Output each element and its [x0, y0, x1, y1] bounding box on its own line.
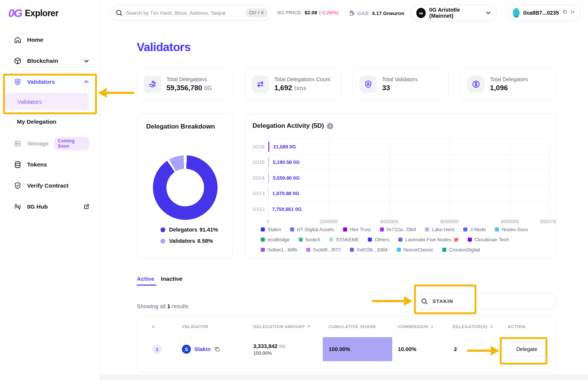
col-amount[interactable]: DELEGATION AMOUNT [253, 324, 328, 329]
legend-item: 0xcb8f...f972 [306, 247, 341, 253]
validators-table: # VALIDATOR DELEGATION AMOUNT CUMULATIVE… [137, 316, 556, 372]
legend-swatch [398, 238, 402, 242]
legend-swatch [343, 227, 347, 232]
validator-link[interactable]: Stakin [194, 346, 211, 352]
legend-swatch [495, 227, 499, 232]
tab-active[interactable]: Active [137, 276, 154, 282]
legend-swatch [160, 227, 165, 232]
col-delegators[interactable]: DELEGATOR(S) [452, 324, 508, 329]
commission-cell: 10.00% [398, 346, 452, 352]
bar-10-13 [268, 189, 269, 198]
legend-swatch [468, 238, 472, 242]
delegation-activity-card: Delegation Activity (5D) i 10/16 21,589 … [245, 114, 556, 259]
global-search-input[interactable] [126, 10, 242, 16]
global-search[interactable]: Ctrl + K [110, 5, 271, 21]
legend-swatch [306, 248, 310, 252]
server-icon [14, 139, 22, 148]
gas-indicator: GAS: 4.17 Gneuron [349, 10, 404, 17]
legend-item: Delegators 91.41% [160, 227, 218, 233]
col-validator: VALIDATOR [182, 324, 253, 329]
legend-swatch [397, 248, 401, 252]
legend-swatch [380, 227, 384, 232]
breakdown-legend: Delegators 91.41% Validators 8.58% [160, 227, 218, 244]
legend-item: HT Digital Assets [290, 227, 334, 232]
legend-swatch [350, 248, 354, 252]
keyboard-shortcut-chip: Ctrl + K [245, 8, 268, 17]
wallet-button[interactable]: 0xa8B7...0235 [508, 5, 580, 21]
tab-inactive[interactable]: Inactive [161, 276, 183, 282]
coming-soon-badge: Coming Soon [54, 137, 89, 150]
network-selector[interactable]: ∞ 0G Aristotle (Mainnet) [411, 5, 497, 21]
price-change: (-2.26%) [319, 10, 339, 15]
cumulative-share-cell: 100.00% [323, 337, 392, 361]
sidebar-subitem-validators[interactable]: Validators [5, 93, 89, 110]
external-link-icon[interactable] [83, 204, 89, 210]
app-window: 0G Explorer Home Blockchain Validators [0, 0, 588, 380]
rank-badge: 1 [152, 344, 162, 354]
info-icon[interactable]: i [327, 123, 333, 129]
sidebar-subitem-my-delegation[interactable]: My Delegation [14, 115, 89, 129]
table-header: # VALIDATOR DELEGATION AMOUNT CUMULATIVE… [146, 316, 547, 337]
legend-item: CroutonDigital [442, 247, 480, 253]
sidebar-item-home[interactable]: Home [14, 33, 89, 47]
app-name: Explorer [25, 8, 58, 18]
dollar-circle-icon [467, 76, 485, 93]
sidebar-item-blockchain[interactable]: Blockchain [14, 54, 89, 68]
legend-swatch [442, 248, 446, 252]
table-row: 1 S Stakin 3,333,842 0G 100.00% 100.00% … [146, 337, 547, 361]
sort-desc-icon [307, 325, 310, 328]
exchange-arrows-icon [252, 76, 269, 93]
legend-swatch [329, 238, 333, 242]
sidebar-item-tokens[interactable]: Tokens [14, 158, 89, 171]
sidebar-item-og-hub[interactable]: 0G Hub [14, 200, 89, 213]
annotation-arrow-validators-shaft [107, 92, 134, 94]
legend-item: J-Node [463, 227, 486, 232]
annotation-arrow-search-head [404, 296, 413, 306]
shield-user-icon [360, 76, 377, 93]
legend-swatch [368, 238, 372, 242]
x-axis: 0 2000000 4000000 6000000 8000000 930079… [268, 219, 549, 226]
legend-swatch [261, 238, 265, 242]
legend-item: Nodes.Guru [495, 227, 528, 232]
wallet-address: 0xa8B7...0235 [523, 10, 559, 16]
legend-swatch [261, 227, 265, 232]
copy-icon[interactable] [562, 9, 567, 16]
sidebar-item-verify-contract[interactable]: Verify Contract [14, 179, 89, 192]
activity-legend: Stakin HT Digital Assets Hex Trust 0x712… [261, 227, 546, 253]
legend-swatch [463, 227, 467, 232]
bar-row: 10/16 21,589 0G [268, 139, 549, 155]
legend-item: ecoBridge [261, 237, 290, 242]
stat-total-validators: Total Validators 33 [352, 68, 449, 101]
legend-item: Cloudician Tech [468, 237, 509, 242]
orbit-icon [14, 203, 22, 211]
delegate-button[interactable]: Delegate [508, 342, 546, 356]
og-network-icon: ∞ [416, 8, 426, 18]
legend-swatch [261, 248, 265, 252]
legend-item: Others [368, 237, 389, 242]
chevron-up-icon [83, 79, 89, 85]
home-icon [14, 36, 22, 44]
legend-item: Stakin [261, 227, 281, 232]
sidebar-item-storage: Storage Coming Soon [14, 137, 89, 150]
legend-item: NodeX [299, 237, 320, 242]
bar-10-15 [268, 157, 269, 167]
logout-icon[interactable] [570, 9, 575, 16]
page-title: Validators [137, 41, 190, 54]
delegation-amount-cell: 3,333,842 0G 100.00% [253, 343, 328, 356]
validator-search[interactable] [414, 293, 556, 309]
shield-check-icon [14, 182, 22, 190]
col-action: ACTION [508, 324, 547, 329]
sidebar-item-validators[interactable]: Validators [14, 75, 89, 89]
legend-swatch [160, 239, 165, 244]
legend-item: 0x8156...3384 [350, 247, 387, 253]
col-commission[interactable]: COMMISSION [398, 324, 452, 329]
stat-total-delegators: Total Delegators 1,096 [460, 68, 556, 101]
sort-icon [490, 325, 493, 329]
copy-icon[interactable] [214, 346, 220, 352]
validator-search-input[interactable] [432, 298, 550, 304]
og-price: 0G PRICE: $2.08 (-2.26%) [277, 10, 339, 15]
app-logo[interactable]: 0G Explorer [8, 7, 58, 20]
cube-icon [14, 57, 22, 65]
bar-row: 10/14 5,559.80 0G [268, 170, 549, 186]
sort-icon [431, 325, 434, 329]
